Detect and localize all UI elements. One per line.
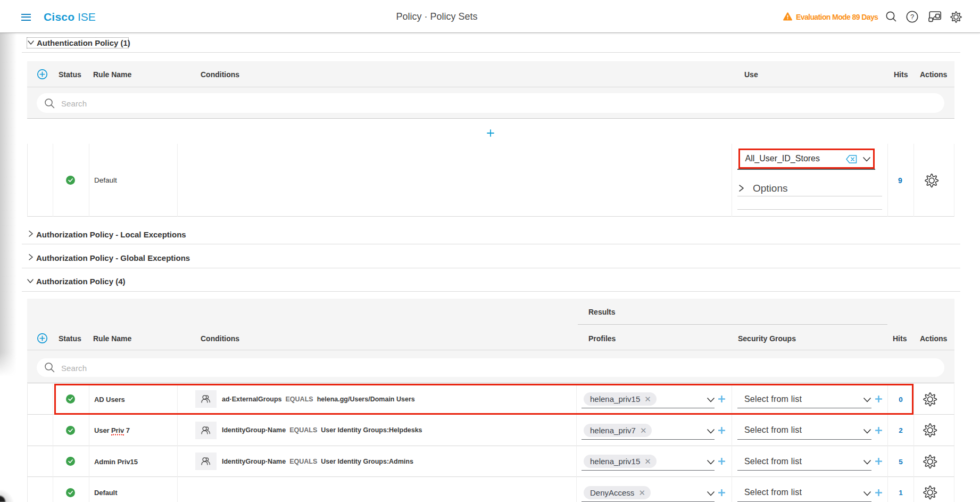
svg-text:?: ? <box>910 13 913 21</box>
